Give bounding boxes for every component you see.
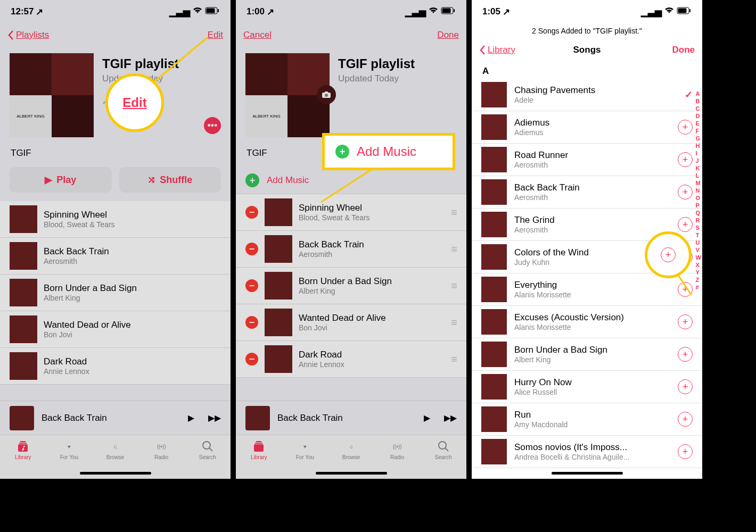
cancel-link[interactable]: Cancel	[243, 30, 272, 40]
library-song-row[interactable]: Back Back TrainAerosmith+	[472, 176, 702, 209]
library-song-row[interactable]: Somos novios (It's Imposs...Andrea Bocel…	[472, 436, 702, 468]
add-button[interactable]: +	[678, 314, 693, 329]
home-indicator[interactable]	[80, 472, 151, 475]
add-button[interactable]: +	[678, 412, 693, 427]
index-letter[interactable]: T	[696, 232, 701, 238]
svg-rect-2	[218, 9, 219, 12]
svg-rect-10	[442, 9, 451, 13]
home-indicator[interactable]	[552, 472, 623, 475]
index-letter[interactable]: G	[696, 135, 701, 142]
song-row[interactable]: Dark RoadAnnie Lennox	[0, 348, 231, 385]
index-letter[interactable]: Q	[696, 210, 701, 216]
add-button[interactable]: +	[678, 347, 693, 362]
index-letter[interactable]: R	[696, 217, 701, 223]
done-link[interactable]: Done	[437, 30, 459, 40]
delete-button[interactable]: −	[245, 353, 258, 365]
forward-icon[interactable]: ▶▶	[208, 413, 221, 423]
search-icon	[202, 439, 213, 453]
add-button[interactable]: +	[678, 379, 693, 394]
library-song-row[interactable]: Chasing PavementsAdele✓	[472, 79, 702, 111]
status-time: 1:05	[482, 6, 500, 17]
back-library-link[interactable]: Library	[479, 45, 515, 55]
delete-button[interactable]: −	[245, 243, 258, 255]
play-button[interactable]: ▶Play	[10, 167, 112, 193]
index-letter[interactable]: P	[696, 202, 701, 209]
svg-rect-17	[256, 441, 261, 442]
index-letter[interactable]: K	[696, 165, 701, 171]
index-letter[interactable]: V	[696, 247, 701, 253]
drag-handle[interactable]: ≡	[451, 206, 457, 219]
drag-handle[interactable]: ≡	[451, 243, 457, 255]
browse-icon: ♫	[349, 439, 354, 453]
camera-icon[interactable]	[317, 85, 336, 104]
tab-search[interactable]: Search	[184, 439, 231, 479]
mini-player[interactable]: Back Back Train ▶ ▶▶	[236, 401, 466, 435]
index-letter[interactable]: A	[696, 90, 701, 97]
add-button[interactable]: +	[678, 185, 693, 200]
playlist-title[interactable]: TGIF playlist	[338, 56, 457, 71]
index-letter[interactable]: O	[696, 195, 701, 201]
song-row[interactable]: Back Back TrainAerosmith	[0, 238, 231, 275]
play-icon[interactable]: ▶	[424, 413, 437, 423]
song-row[interactable]: Born Under a Bad SignAlbert King	[0, 275, 231, 311]
add-button[interactable]: +	[678, 152, 693, 167]
tab-search[interactable]: Search	[420, 439, 466, 479]
song-thumb	[481, 342, 507, 367]
forward-icon[interactable]: ▶▶	[444, 413, 457, 423]
library-song-row[interactable]: RunAmy Macdonald+	[472, 403, 702, 436]
drag-handle[interactable]: ≡	[451, 317, 457, 329]
mini-player[interactable]: Back Back Train ▶ ▶▶	[0, 401, 231, 435]
index-letter[interactable]: I	[696, 150, 701, 156]
index-letter[interactable]: S	[696, 225, 701, 231]
done-link[interactable]: Done	[672, 45, 695, 55]
song-row[interactable]: Wanted Dead or AliveBon Jovi	[0, 311, 231, 348]
add-button[interactable]: +	[678, 217, 693, 232]
edit-song-row[interactable]: −Dark RoadAnnie Lennox≡	[236, 341, 466, 378]
location-icon: ↗	[503, 6, 510, 18]
index-letter[interactable]: E	[696, 120, 701, 127]
back-playlists-link[interactable]: Playlists	[7, 30, 49, 40]
drag-handle[interactable]: ≡	[451, 280, 457, 292]
library-song-row[interactable]: AdiemusAdiemus+	[472, 111, 702, 144]
library-song-row[interactable]: Excuses (Acoustic Version)Alanis Morisse…	[472, 306, 702, 338]
home-indicator[interactable]	[316, 472, 387, 475]
index-letter[interactable]: H	[696, 143, 701, 149]
play-icon[interactable]: ▶	[188, 413, 201, 423]
edit-song-row[interactable]: −Born Under a Bad SignAlbert King≡	[236, 268, 466, 304]
library-song-row[interactable]: The GrindAerosmith+	[472, 209, 702, 241]
library-song-row[interactable]: Hurry On NowAlice Russell+	[472, 371, 702, 403]
index-letter[interactable]: L	[696, 172, 701, 179]
library-song-row[interactable]: Born Under a Bad SignAlbert King+	[472, 338, 702, 371]
index-letter[interactable]: U	[696, 239, 701, 246]
phone-edit-playlist: 1:00↗ ▁▃▅ Cancel Done ALBERT KING TGIF p…	[236, 0, 466, 479]
index-letter[interactable]: C	[696, 105, 701, 112]
index-letter[interactable]: F	[696, 128, 701, 134]
index-letter[interactable]: B	[696, 98, 701, 104]
index-letter[interactable]: N	[696, 187, 701, 194]
song-thumb	[10, 315, 37, 343]
index-letter[interactable]: D	[696, 113, 701, 119]
edit-song-row[interactable]: −Wanted Dead or AliveBon Jovi≡	[236, 304, 466, 341]
edit-song-row[interactable]: −Back Back TrainAerosmith≡	[236, 231, 466, 268]
tab-library[interactable]: Library	[0, 439, 46, 479]
delete-button[interactable]: −	[245, 206, 258, 219]
playlist-artwork[interactable]: ALBERT KING	[245, 53, 330, 137]
shuffle-button[interactable]: ⤭Shuffle	[119, 167, 221, 193]
location-icon: ↗	[267, 6, 274, 18]
tab-library[interactable]: Library	[236, 439, 282, 479]
song-thumb	[481, 179, 507, 205]
song-row[interactable]: Spinning WheelBlood, Sweat & Tears	[0, 201, 231, 238]
playlist-description[interactable]: TGIF	[236, 144, 466, 167]
index-letter[interactable]: J	[696, 157, 701, 164]
add-button[interactable]: +	[678, 120, 693, 135]
add-music-label: Add Music	[267, 175, 309, 186]
signal-icon: ▁▃▅	[405, 6, 426, 18]
delete-button[interactable]: −	[245, 316, 258, 329]
more-button[interactable]: •••	[204, 117, 221, 134]
library-song-row[interactable]: Road RunnerAerosmith+	[472, 144, 702, 176]
drag-handle[interactable]: ≡	[451, 353, 457, 365]
delete-button[interactable]: −	[245, 279, 258, 292]
add-button[interactable]: +	[678, 444, 693, 459]
section-header: A	[472, 62, 702, 79]
index-letter[interactable]: M	[696, 180, 701, 186]
